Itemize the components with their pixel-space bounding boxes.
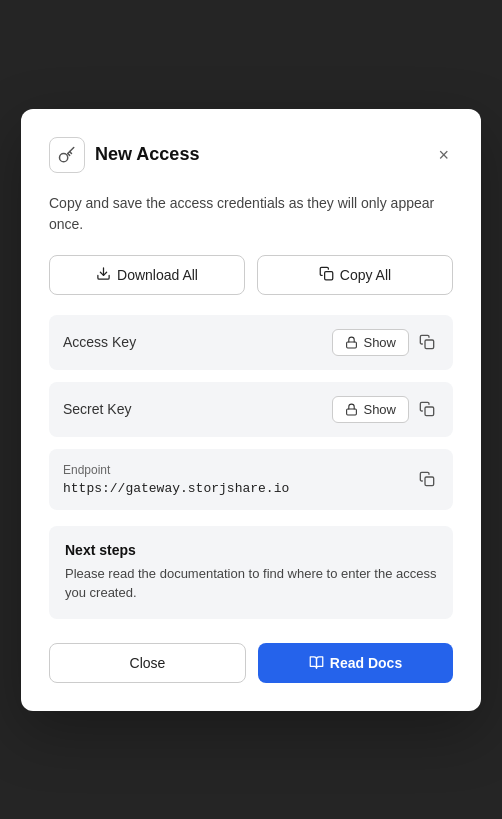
copy-all-label: Copy All xyxy=(340,267,391,283)
secret-key-field: Secret Key Show xyxy=(49,382,453,437)
endpoint-content: Endpoint https://gateway.storjshare.io xyxy=(63,463,289,496)
next-steps-box: Next steps Please read the documentation… xyxy=(49,526,453,619)
endpoint-field: Endpoint https://gateway.storjshare.io xyxy=(49,449,453,510)
modal-overlay: New Access × Copy and save the access cr… xyxy=(0,0,502,819)
access-key-copy-button[interactable] xyxy=(415,330,439,354)
copy-icon xyxy=(319,266,334,284)
svg-rect-5 xyxy=(347,408,357,414)
access-key-label: Access Key xyxy=(63,334,136,350)
endpoint-value: https://gateway.storjshare.io xyxy=(63,481,289,496)
access-key-actions: Show xyxy=(332,329,439,356)
read-docs-button[interactable]: Read Docs xyxy=(258,643,453,683)
modal-title: New Access xyxy=(95,144,199,165)
secret-key-actions: Show xyxy=(332,396,439,423)
modal-footer: Close Read Docs xyxy=(49,643,453,683)
access-key-show-label: Show xyxy=(363,335,396,350)
endpoint-copy-button[interactable] xyxy=(415,467,439,491)
svg-rect-2 xyxy=(324,271,332,279)
svg-rect-6 xyxy=(425,407,434,416)
modal-description: Copy and save the access credentials as … xyxy=(49,193,453,235)
download-icon xyxy=(96,266,111,284)
action-buttons: Download All Copy All xyxy=(49,255,453,295)
close-button[interactable]: Close xyxy=(49,643,246,683)
access-key-show-button[interactable]: Show xyxy=(332,329,409,356)
read-docs-icon xyxy=(309,655,324,670)
svg-rect-3 xyxy=(347,341,357,347)
close-icon: × xyxy=(438,145,449,165)
new-access-modal: New Access × Copy and save the access cr… xyxy=(21,109,481,711)
close-icon-button[interactable]: × xyxy=(434,142,453,168)
secret-key-copy-button[interactable] xyxy=(415,397,439,421)
modal-title-group: New Access xyxy=(49,137,199,173)
next-steps-title: Next steps xyxy=(65,542,437,558)
secret-key-show-button[interactable]: Show xyxy=(332,396,409,423)
copy-all-button[interactable]: Copy All xyxy=(257,255,453,295)
svg-rect-4 xyxy=(425,340,434,349)
endpoint-label: Endpoint xyxy=(63,463,289,477)
key-icon xyxy=(49,137,85,173)
secret-key-label: Secret Key xyxy=(63,401,131,417)
download-all-label: Download All xyxy=(117,267,198,283)
download-all-button[interactable]: Download All xyxy=(49,255,245,295)
svg-point-0 xyxy=(60,153,68,161)
modal-header: New Access × xyxy=(49,137,453,173)
read-docs-label: Read Docs xyxy=(330,655,402,671)
svg-rect-7 xyxy=(425,477,434,486)
secret-key-show-label: Show xyxy=(363,402,396,417)
next-steps-text: Please read the documentation to find wh… xyxy=(65,564,437,603)
access-key-field: Access Key Show xyxy=(49,315,453,370)
